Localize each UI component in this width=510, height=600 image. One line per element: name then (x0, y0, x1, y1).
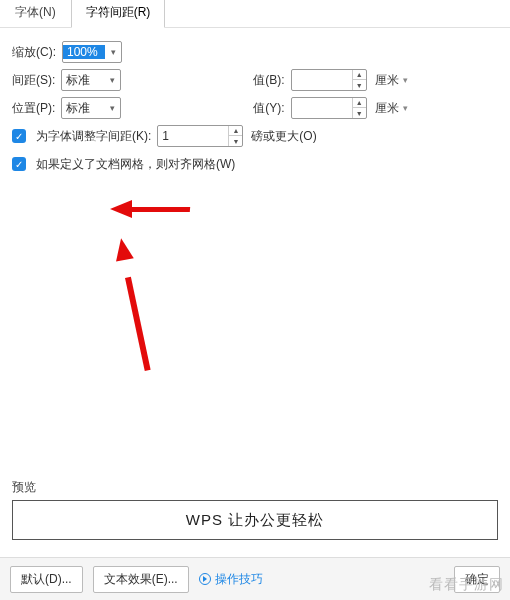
spacing-val-label: 值(B): (253, 72, 284, 89)
spacing-value: 标准 (62, 72, 104, 89)
spinner-up-icon[interactable]: ▲ (229, 126, 242, 136)
form-area: 缩放(C): 100% ▾ 间距(S): 标准 ▾ 值(B): ▲▼ 厘米 ▾ … (0, 28, 510, 188)
spacing-row: 间距(S): 标准 ▾ 值(B): ▲▼ 厘米 ▾ (12, 66, 498, 94)
ok-button[interactable]: 确定 (454, 566, 500, 593)
spinner-down-icon[interactable]: ▼ (229, 136, 242, 146)
kerning-label: 为字体调整字间距(K): (36, 128, 151, 145)
zoom-combo[interactable]: 100% ▾ (62, 41, 122, 63)
chevron-down-icon[interactable]: ▾ (104, 75, 120, 85)
tips-link[interactable]: 操作技巧 (199, 571, 263, 588)
snap-row: ✓ 如果定义了文档网格，则对齐网格(W) (12, 150, 498, 178)
chevron-down-icon[interactable]: ▾ (105, 47, 121, 57)
tab-font[interactable]: 字体(N) (0, 0, 71, 27)
tips-label: 操作技巧 (215, 571, 263, 588)
spacing-val-input[interactable]: ▲▼ (291, 69, 367, 91)
position-label: 位置(P): (12, 100, 55, 117)
kerning-value: 1 (158, 129, 228, 143)
spinner-down-icon[interactable]: ▼ (353, 108, 366, 118)
kerning-checkbox[interactable]: ✓ (12, 129, 26, 143)
preview-label: 预览 (12, 479, 498, 496)
tab-char-spacing[interactable]: 字符间距(R) (71, 0, 166, 28)
footer: 默认(D)... 文本效果(E)... 操作技巧 确定 (0, 558, 510, 600)
position-combo[interactable]: 标准 ▾ (61, 97, 121, 119)
position-val-input[interactable]: ▲▼ (291, 97, 367, 119)
spacing-label: 间距(S): (12, 72, 55, 89)
spinner-down-icon[interactable]: ▼ (353, 80, 366, 90)
snap-checkbox[interactable]: ✓ (12, 157, 26, 171)
spacing-combo[interactable]: 标准 ▾ (61, 69, 121, 91)
preview-section: 预览 WPS 让办公更轻松 (12, 479, 498, 540)
position-value: 标准 (62, 100, 104, 117)
zoom-row: 缩放(C): 100% ▾ (12, 38, 498, 66)
position-row: 位置(P): 标准 ▾ 值(Y): ▲▼ 厘米 ▾ (12, 94, 498, 122)
zoom-label: 缩放(C): (12, 44, 56, 61)
chevron-down-icon[interactable]: ▾ (104, 103, 120, 113)
spacing-unit: 厘米 (375, 72, 399, 89)
tabs-bar: 字体(N) 字符间距(R) (0, 0, 510, 28)
chevron-down-icon[interactable]: ▾ (403, 103, 408, 113)
position-unit: 厘米 (375, 100, 399, 117)
preview-text: WPS 让办公更轻松 (186, 511, 324, 530)
preview-box: WPS 让办公更轻松 (12, 500, 498, 540)
zoom-value: 100% (63, 45, 105, 59)
text-effect-button[interactable]: 文本效果(E)... (93, 566, 189, 593)
kerning-row: ✓ 为字体调整字间距(K): 1 ▲▼ 磅或更大(O) (12, 122, 498, 150)
snap-label: 如果定义了文档网格，则对齐网格(W) (36, 156, 235, 173)
spinner-up-icon[interactable]: ▲ (353, 70, 366, 80)
spinner-up-icon[interactable]: ▲ (353, 98, 366, 108)
chevron-down-icon[interactable]: ▾ (403, 75, 408, 85)
position-val-label: 值(Y): (253, 100, 284, 117)
kerning-input[interactable]: 1 ▲▼ (157, 125, 243, 147)
default-button[interactable]: 默认(D)... (10, 566, 83, 593)
kerning-unit: 磅或更大(O) (251, 128, 316, 145)
play-icon (199, 573, 211, 585)
